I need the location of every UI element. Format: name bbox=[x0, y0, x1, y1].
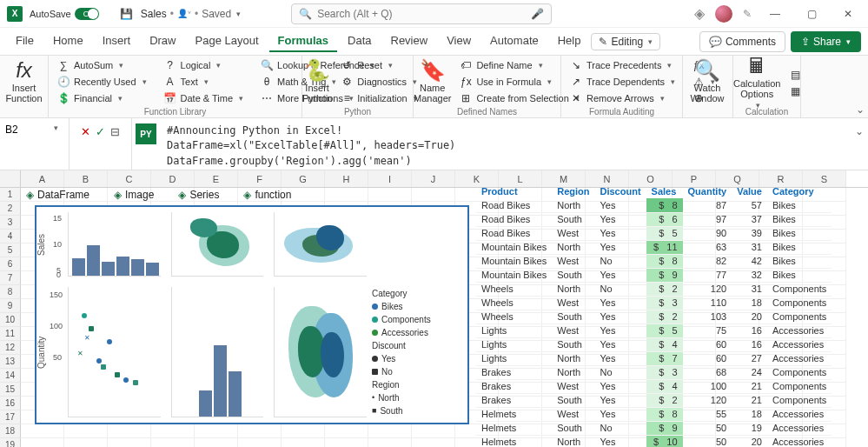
table-cell[interactable]: Mountain Bikes bbox=[476, 268, 552, 282]
tab-formulas[interactable]: Formulas bbox=[269, 30, 338, 52]
table-cell[interactable]: Accessories bbox=[767, 407, 832, 421]
table-cell[interactable]: Wheels bbox=[476, 296, 552, 310]
watch-window-button[interactable]: 🔍 Watch Window bbox=[683, 56, 732, 107]
table-cell[interactable]: 32 bbox=[732, 268, 767, 282]
table-cell[interactable]: No bbox=[595, 365, 646, 379]
table-header-category[interactable]: Category bbox=[767, 184, 832, 198]
table-cell[interactable]: Yes bbox=[595, 212, 646, 226]
table-cell[interactable]: 103 bbox=[683, 310, 732, 324]
table-cell[interactable]: Bikes bbox=[767, 254, 832, 268]
table-header-sales[interactable]: Sales bbox=[646, 184, 683, 198]
save-icon[interactable]: 💾 bbox=[120, 7, 134, 21]
cell[interactable] bbox=[368, 424, 412, 438]
ribbon-diagnostics-button[interactable]: ⚙Diagnostics▾ bbox=[337, 74, 421, 90]
table-cell[interactable]: Accessories bbox=[767, 324, 832, 337]
column-header-J[interactable]: J bbox=[412, 170, 455, 187]
accept-icon[interactable]: ✓ bbox=[96, 125, 105, 138]
table-cell[interactable]: Components bbox=[767, 296, 832, 310]
table-row[interactable]: LightsNorthYes$ 76027Accessories bbox=[476, 351, 832, 365]
table-cell[interactable]: Components bbox=[767, 310, 832, 324]
cell[interactable] bbox=[108, 424, 151, 438]
table-cell[interactable]: North bbox=[552, 351, 594, 365]
mic-icon[interactable]: 🎤 bbox=[531, 8, 544, 20]
cancel-icon[interactable]: ✕ bbox=[81, 125, 90, 138]
table-cell[interactable]: North bbox=[552, 435, 594, 447]
table-cell[interactable]: 82 bbox=[683, 254, 732, 268]
cell[interactable] bbox=[195, 438, 238, 447]
table-cell[interactable]: $ 3 bbox=[646, 296, 683, 310]
table-cell[interactable]: 21 bbox=[732, 393, 767, 407]
fx-icon-small[interactable]: ⊟ bbox=[110, 125, 120, 138]
cell[interactable] bbox=[368, 438, 412, 447]
table-cell[interactable]: North bbox=[552, 282, 594, 296]
table-cell[interactable]: 77 bbox=[683, 268, 732, 282]
table-row[interactable]: WheelsSouthYes$ 210320Components bbox=[476, 310, 832, 324]
table-cell[interactable]: 110 bbox=[683, 296, 732, 310]
minimize-button[interactable]: — bbox=[762, 2, 788, 26]
table-row[interactable]: Mountain BikesWestNo$ 88242Bikes bbox=[476, 254, 832, 268]
table-cell[interactable]: 18 bbox=[732, 407, 767, 421]
document-title[interactable]: Sales • 👤ᵛ • Saved ▾ bbox=[141, 8, 241, 20]
row-header-18[interactable]: 18 bbox=[0, 424, 21, 438]
cell[interactable] bbox=[325, 424, 368, 438]
row-header-7[interactable]: 7 bbox=[0, 271, 21, 285]
cell[interactable] bbox=[282, 424, 325, 438]
table-cell[interactable]: Accessories bbox=[767, 351, 832, 365]
tab-data[interactable]: Data bbox=[339, 30, 380, 52]
tab-view[interactable]: View bbox=[438, 30, 480, 52]
column-header-H[interactable]: H bbox=[325, 170, 368, 187]
table-cell[interactable]: West bbox=[552, 379, 594, 393]
table-cell[interactable]: Yes bbox=[595, 240, 646, 254]
row-header-5[interactable]: 5 bbox=[0, 244, 21, 257]
formula-text[interactable]: #Announcing Python in Excel! DataFrame=x… bbox=[160, 118, 851, 170]
cell[interactable] bbox=[108, 438, 151, 447]
table-header-value[interactable]: Value bbox=[732, 184, 767, 198]
table-cell[interactable]: $ 9 bbox=[646, 421, 683, 435]
table-cell[interactable]: $ 6 bbox=[646, 212, 683, 226]
row-header-16[interactable]: 16 bbox=[0, 397, 21, 410]
data-table[interactable]: ProductRegionDiscountSalesQuantityValueC… bbox=[476, 184, 832, 447]
name-box[interactable]: ▾ bbox=[0, 118, 70, 170]
row-header-19[interactable]: 19 bbox=[0, 438, 21, 447]
table-cell[interactable]: 50 bbox=[683, 435, 732, 447]
table-cell[interactable]: Brakes bbox=[476, 379, 552, 393]
table-cell[interactable]: $ 2 bbox=[646, 282, 683, 296]
cell[interactable] bbox=[21, 438, 64, 447]
cell[interactable] bbox=[151, 438, 195, 447]
table-cell[interactable]: 24 bbox=[732, 365, 767, 379]
cell[interactable] bbox=[238, 424, 282, 438]
table-row[interactable]: BrakesNorthNo$ 36824Components bbox=[476, 365, 832, 379]
table-cell[interactable]: 20 bbox=[732, 435, 767, 447]
cell[interactable] bbox=[325, 188, 368, 202]
table-cell[interactable]: 20 bbox=[732, 310, 767, 324]
python-mode-chip[interactable]: PY bbox=[136, 123, 156, 144]
cell[interactable] bbox=[21, 424, 64, 438]
table-cell[interactable]: Road Bikes bbox=[476, 212, 552, 226]
tab-draw[interactable]: Draw bbox=[141, 30, 184, 52]
table-cell[interactable]: North bbox=[552, 240, 594, 254]
calc-sheet-button[interactable]: ▦ bbox=[785, 83, 805, 99]
table-cell[interactable]: $ 7 bbox=[646, 351, 683, 365]
table-cell[interactable]: 60 bbox=[683, 351, 732, 365]
table-cell[interactable]: West bbox=[552, 407, 594, 421]
datatype-chip-dataframe[interactable]: ◈DataFrame bbox=[23, 188, 93, 202]
table-cell[interactable]: Components bbox=[767, 365, 832, 379]
table-cell[interactable]: 55 bbox=[683, 407, 732, 421]
table-cell[interactable]: Accessories bbox=[767, 421, 832, 435]
table-cell[interactable]: South bbox=[552, 212, 594, 226]
table-header-region[interactable]: Region bbox=[552, 184, 594, 198]
ribbon-text-button[interactable]: AText▾ bbox=[161, 74, 248, 90]
insert-python-button[interactable]: 🐍 Insert Python bbox=[302, 56, 332, 108]
cell[interactable] bbox=[64, 438, 108, 447]
table-header-discount[interactable]: Discount bbox=[595, 184, 646, 198]
table-row[interactable]: WheelsNorthNo$ 212031Components bbox=[476, 282, 832, 296]
row-header-13[interactable]: 13 bbox=[0, 355, 21, 369]
embedded-chart-image[interactable]: Sales 15 10 5 0 Quantity 150 10 bbox=[35, 205, 469, 424]
table-cell[interactable]: Brakes bbox=[476, 393, 552, 407]
table-row[interactable]: BrakesWestYes$ 410021Components bbox=[476, 379, 832, 393]
table-cell[interactable]: Mountain Bikes bbox=[476, 240, 552, 254]
table-cell[interactable]: Lights bbox=[476, 337, 552, 351]
table-cell[interactable]: 97 bbox=[683, 212, 732, 226]
spreadsheet-grid[interactable]: ABCDEFGHIJKLMNOPQRS 12345678910111213141… bbox=[0, 170, 868, 447]
cell[interactable] bbox=[151, 424, 195, 438]
